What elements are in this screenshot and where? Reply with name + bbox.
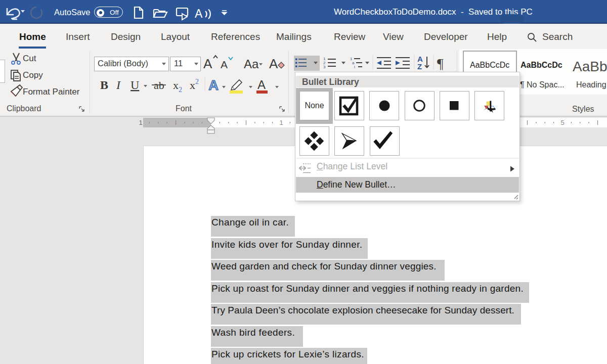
- svg-text:5: 5: [560, 119, 564, 126]
- svg-text:1: 1: [139, 119, 142, 126]
- svg-text:1: 1: [279, 119, 283, 126]
